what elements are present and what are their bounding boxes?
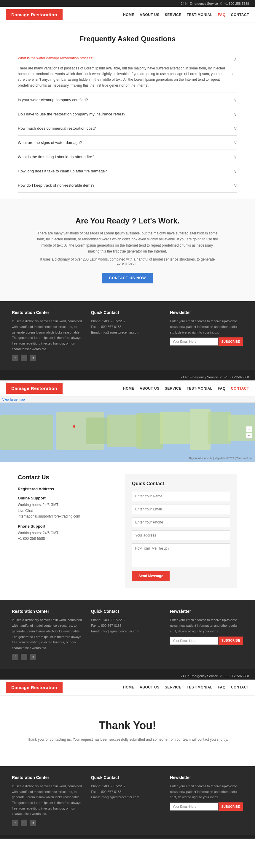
faq-question-4[interactable]: What are the signs of water damage? ∨ bbox=[18, 140, 237, 146]
footer2-fax[interactable]: Fax: 1-800-567-0185 bbox=[91, 623, 164, 628]
logo-1[interactable]: Damage Restoration bbox=[6, 9, 63, 20]
newsletter-btn-1[interactable]: SUBSCRIBE bbox=[219, 337, 243, 346]
social-twitter-3[interactable]: t bbox=[21, 819, 27, 826]
map-zoom-controls: + − bbox=[246, 426, 252, 439]
map-zoom-out[interactable]: − bbox=[246, 433, 252, 439]
emergency-label-1: 24 Hr Emergency Service bbox=[181, 2, 218, 5]
nav-faq-3[interactable]: FAQ bbox=[218, 685, 226, 689]
quick-contact-title: Quick Contact bbox=[132, 481, 230, 486]
faq-question-3[interactable]: How much does commercial restoration cos… bbox=[18, 126, 237, 131]
faq-title: Frequently Asked Questions bbox=[18, 35, 237, 43]
footer-3: Restoration Center It uses a dictionary … bbox=[0, 766, 255, 835]
nav-about-1[interactable]: ABOUT US bbox=[140, 13, 160, 17]
send-message-button[interactable]: Send Message bbox=[132, 571, 169, 581]
map-zoom-in[interactable]: + bbox=[246, 426, 252, 432]
footer-col2-title-1: Quick Contact bbox=[91, 310, 164, 315]
newsletter-btn-2[interactable]: SUBSCRIBE bbox=[219, 637, 243, 645]
footer2-email[interactable]: Email: info@agrestorecenter.com bbox=[91, 628, 164, 634]
nav-testimonial-2[interactable]: TESTIMONIAL bbox=[187, 386, 213, 391]
nav-faq-2[interactable]: FAQ bbox=[218, 386, 226, 391]
faq-question-1[interactable]: Is your water cleanup company certified?… bbox=[18, 97, 237, 103]
faq-item-7: How do I keep track of non-restorable it… bbox=[18, 178, 237, 193]
nav-service-3[interactable]: SERVICE bbox=[165, 685, 182, 689]
site-header-3: Damage Restoration HOME ABOUT US SERVICE… bbox=[0, 680, 255, 695]
footer-fax-1[interactable]: Fax: 1-800-567-0185 bbox=[91, 324, 164, 330]
faq-question-open[interactable]: What is the water damage remediation pro… bbox=[18, 56, 237, 63]
footer3-fax[interactable]: Fax: 1-800-567-0185 bbox=[91, 789, 164, 795]
social-instagram-3[interactable]: in bbox=[30, 819, 36, 826]
newsletter-input-3[interactable] bbox=[170, 802, 218, 811]
social-icons-3: f t in bbox=[12, 819, 85, 826]
footer2-col1-title: Restoration Center bbox=[12, 609, 85, 614]
faq-open-link[interactable]: What is the water damage remediation pro… bbox=[18, 56, 94, 60]
cta-button[interactable]: CONTACT US NOW bbox=[102, 273, 153, 283]
phone-icon-3: ✆ bbox=[220, 674, 222, 678]
footer2-col1-text: It uses a dictionary of over Latin word,… bbox=[12, 617, 85, 650]
nav-contact-3[interactable]: CONTACT bbox=[231, 685, 249, 689]
thankyou-title: Thank You! bbox=[18, 719, 237, 732]
nav-contact-1[interactable]: CONTACT bbox=[231, 13, 249, 17]
logo-3[interactable]: Damage Restoration bbox=[6, 682, 63, 693]
logo-2[interactable]: Damage Restoration bbox=[6, 383, 63, 394]
phone-number-1: +1 800-258-5588 bbox=[224, 2, 249, 5]
social-facebook-1[interactable]: f bbox=[12, 354, 19, 361]
form-name-input[interactable] bbox=[132, 491, 230, 501]
footer2-col2-title: Quick Contact bbox=[91, 609, 164, 614]
nav-faq-1[interactable]: FAQ bbox=[218, 13, 226, 17]
svg-rect-7 bbox=[190, 409, 211, 450]
form-address-input[interactable] bbox=[132, 530, 230, 540]
view-large-map[interactable]: View large map bbox=[2, 398, 25, 401]
nav-testimonial-3[interactable]: TESTIMONIAL bbox=[187, 685, 213, 689]
contact-phone-title: Phone Support bbox=[18, 524, 116, 528]
nav-home-1[interactable]: HOME bbox=[123, 13, 134, 17]
top-bar-1: 24 Hr Emergency Service ✆ +1 800-258-558… bbox=[0, 0, 255, 7]
faq-question-6[interactable]: How long does it take to clean up after … bbox=[18, 168, 237, 174]
faq-chevron-7: ∨ bbox=[234, 183, 237, 188]
faq-question-5[interactable]: What is the first thing I should do afte… bbox=[18, 154, 237, 160]
faq-item-4: What are the signs of water damage? ∨ bbox=[18, 135, 237, 150]
social-instagram-1[interactable]: in bbox=[30, 354, 36, 361]
footer2-phone[interactable]: Phone: 1-800-967-2232 bbox=[91, 617, 164, 623]
nav-about-2[interactable]: ABOUT US bbox=[140, 386, 160, 391]
contact-online-chat: Live Chat bbox=[18, 508, 116, 514]
social-twitter-1[interactable]: t bbox=[21, 354, 27, 361]
nav-home-2[interactable]: HOME bbox=[123, 386, 134, 391]
faq-question-7[interactable]: How do I keep track of non-restorable it… bbox=[18, 183, 237, 188]
nav-menu-3: HOME ABOUT US SERVICE TESTIMONIAL FAQ CO… bbox=[123, 685, 249, 689]
nav-about-3[interactable]: ABOUT US bbox=[140, 685, 160, 689]
faq-chevron-open: ∧ bbox=[234, 57, 237, 62]
footer-bottom-2 bbox=[0, 669, 255, 673]
nav-contact-2[interactable]: CONTACT bbox=[231, 386, 249, 391]
footer3-col2: Quick Contact Phone: 1-800-967-2232 Fax:… bbox=[91, 775, 164, 826]
nav-testimonial-1[interactable]: TESTIMONIAL bbox=[187, 13, 213, 17]
form-email-input[interactable] bbox=[132, 504, 230, 514]
nav-service-2[interactable]: SERVICE bbox=[165, 386, 182, 391]
contact-online-hours: Working hours: 24/5 GMT bbox=[18, 502, 116, 508]
newsletter-btn-3[interactable]: SUBSCRIBE bbox=[219, 802, 243, 811]
form-phone-input[interactable] bbox=[132, 517, 230, 527]
nav-service-1[interactable]: SERVICE bbox=[165, 13, 182, 17]
footer3-email[interactable]: Email: info@agrestorecenter.com bbox=[91, 795, 164, 800]
social-facebook-3[interactable]: f bbox=[12, 819, 19, 826]
cta-text: There are many variations of passages of… bbox=[36, 230, 219, 255]
newsletter-input-2[interactable] bbox=[170, 637, 218, 645]
newsletter-row-3: SUBSCRIBE bbox=[170, 802, 243, 811]
emergency-label-3: 24 Hr Emergency Service bbox=[181, 674, 218, 678]
form-message-textarea[interactable] bbox=[132, 544, 230, 567]
footer-phone-1[interactable]: Phone: 1-800-967-2232 bbox=[91, 318, 164, 324]
social-twitter-2[interactable]: t bbox=[21, 654, 27, 660]
newsletter-input-1[interactable] bbox=[170, 337, 218, 346]
footer3-phone[interactable]: Phone: 1-800-967-2232 bbox=[91, 783, 164, 789]
svg-rect-1 bbox=[0, 414, 53, 450]
emergency-label-2: 24 Hr Emergency Service bbox=[181, 375, 218, 379]
footer2-col3-title: Newsletter bbox=[170, 609, 243, 614]
footer-email-1[interactable]: Email: info@agrestorecenter.com bbox=[91, 330, 164, 335]
social-instagram-2[interactable]: in bbox=[30, 654, 36, 660]
social-facebook-2[interactable]: f bbox=[12, 654, 19, 660]
faq-chevron-5: ∨ bbox=[234, 154, 237, 160]
faq-question-2[interactable]: Do I have to use the restoration company… bbox=[18, 111, 237, 117]
svg-point-10 bbox=[73, 425, 75, 428]
newsletter-row-2: SUBSCRIBE bbox=[170, 637, 243, 645]
nav-home-3[interactable]: HOME bbox=[123, 685, 134, 689]
nav-menu-2: HOME ABOUT US SERVICE TESTIMONIAL FAQ CO… bbox=[123, 386, 249, 391]
